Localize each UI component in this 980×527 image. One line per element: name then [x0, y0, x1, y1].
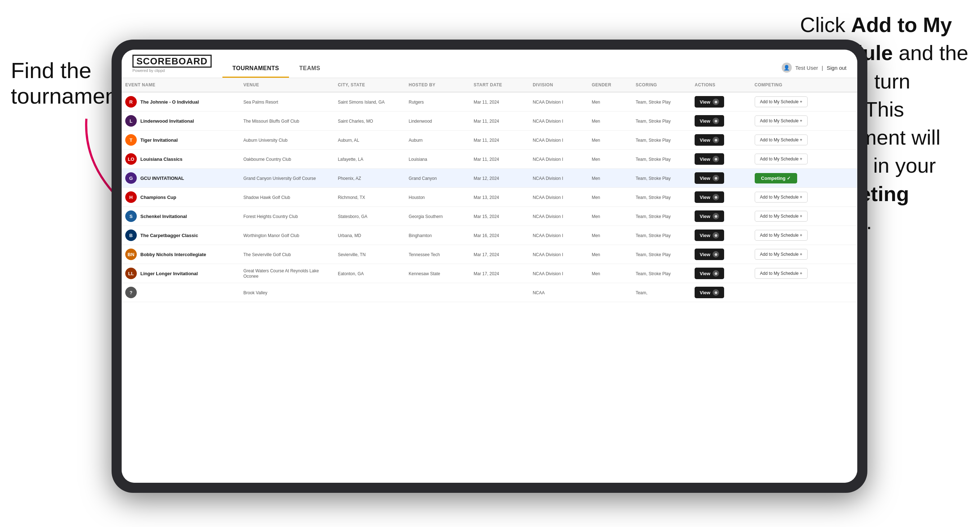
view-button[interactable]: View ⊗	[695, 191, 724, 203]
hosted-cell: Lindenwood	[405, 111, 470, 130]
add-to-schedule-button[interactable]: Add to My Schedule +	[755, 97, 808, 107]
tablet-screen: SCOREBOARD Powered by clippd TOURNAMENTS…	[122, 50, 857, 483]
event-cell: LLindenwood Invitational	[125, 115, 236, 127]
venue-cell: Great Waters Course At Reynolds Lake Oco…	[240, 264, 334, 283]
division-cell: NCAA Division I	[529, 188, 588, 207]
table-body: RThe Johnnie - O IndividualSea Palms Res…	[122, 92, 857, 302]
division-cell: NCAA Division I	[529, 245, 588, 264]
add-to-schedule-button[interactable]: Add to My Schedule +	[755, 249, 808, 260]
division-cell: NCAA Division I	[529, 130, 588, 150]
actions-cell: View ⊗	[691, 169, 751, 188]
add-to-schedule-button[interactable]: Add to My Schedule +	[755, 268, 808, 279]
gender-cell: Men	[588, 245, 632, 264]
scoring-cell: Team, Stroke Play	[632, 207, 691, 226]
col-header-division: DIVISION	[529, 78, 588, 92]
user-label: Test User	[795, 65, 818, 71]
logo-scoreboard: SCOREBOARD	[132, 55, 212, 68]
gender-cell: Men	[588, 264, 632, 283]
col-header-actions: ACTIONS	[691, 78, 751, 92]
event-name: Linger Longer Invitational	[140, 271, 198, 276]
add-to-schedule-button[interactable]: Add to My Schedule +	[755, 154, 808, 164]
table-row: GGCU INVITATIONALGrand Canyon University…	[122, 169, 857, 188]
competing-cell: Add to My Schedule +	[751, 150, 857, 169]
hosted-cell: Georgia Southern	[405, 207, 470, 226]
gender-cell: Men	[588, 169, 632, 188]
col-header-city: CITY, STATE	[334, 78, 405, 92]
date-cell	[470, 283, 529, 302]
view-button[interactable]: View ⊗	[695, 210, 724, 222]
competing-cell: Add to My Schedule +	[751, 245, 857, 264]
view-button[interactable]: View ⊗	[695, 134, 724, 146]
view-button[interactable]: View ⊗	[695, 96, 724, 108]
team-logo: T	[125, 134, 137, 146]
division-cell: NCAA Division I	[529, 169, 588, 188]
team-logo: LL	[125, 268, 137, 279]
venue-cell: Sea Palms Resort	[240, 92, 334, 111]
view-button[interactable]: View ⊗	[695, 268, 724, 279]
venue-cell: The Sevierville Golf Club	[240, 245, 334, 264]
logo-area: SCOREBOARD Powered by clippd	[132, 55, 212, 78]
team-logo: BN	[125, 249, 137, 260]
gender-cell: Men	[588, 188, 632, 207]
scoring-cell: Team, Stroke Play	[632, 130, 691, 150]
competing-cell	[751, 283, 857, 302]
division-cell: NCAA Division I	[529, 92, 588, 111]
gender-cell	[588, 283, 632, 302]
view-button[interactable]: View ⊗	[695, 230, 724, 241]
table-container: EVENT NAME VENUE CITY, STATE HOSTED BY S…	[122, 78, 857, 483]
venue-cell: Auburn University Club	[240, 130, 334, 150]
team-logo: S	[125, 210, 137, 222]
competing-button[interactable]: Competing ✓	[755, 173, 797, 183]
competing-cell: Add to My Schedule +	[751, 264, 857, 283]
add-to-schedule-button[interactable]: Add to My Schedule +	[755, 230, 808, 241]
add-to-schedule-button[interactable]: Add to My Schedule +	[755, 135, 808, 145]
gender-cell: Men	[588, 111, 632, 130]
add-to-schedule-button[interactable]: Add to My Schedule +	[755, 211, 808, 222]
division-cell: NCAA	[529, 283, 588, 302]
view-button[interactable]: View ⊗	[695, 249, 724, 260]
scoring-cell: Team, Stroke Play	[632, 245, 691, 264]
city-cell: Saint Simons Island, GA	[334, 92, 405, 111]
scoring-cell: Team, Stroke Play	[632, 111, 691, 130]
view-button[interactable]: View ⊗	[695, 153, 724, 165]
division-cell: NCAA Division I	[529, 264, 588, 283]
team-logo: ?	[125, 287, 137, 298]
competing-cell: Add to My Schedule +	[751, 226, 857, 245]
date-cell: Mar 16, 2024	[470, 226, 529, 245]
tab-tournaments[interactable]: TOURNAMENTS	[223, 60, 290, 78]
scoring-cell: Team, Stroke Play	[632, 169, 691, 188]
table-row: BThe Carpetbagger ClassicWorthington Man…	[122, 226, 857, 245]
sign-out-link[interactable]: Sign out	[827, 65, 846, 71]
actions-cell: View ⊗	[691, 188, 751, 207]
city-cell: Statesboro, GA	[334, 207, 405, 226]
col-header-venue: VENUE	[240, 78, 334, 92]
date-cell: Mar 11, 2024	[470, 130, 529, 150]
col-header-event: EVENT NAME	[122, 78, 240, 92]
view-button[interactable]: View ⊗	[695, 287, 724, 298]
team-logo: R	[125, 96, 137, 108]
tab-teams[interactable]: TEAMS	[289, 60, 330, 78]
table-header-row: EVENT NAME VENUE CITY, STATE HOSTED BY S…	[122, 78, 857, 92]
add-to-schedule-button[interactable]: Add to My Schedule +	[755, 116, 808, 126]
team-logo: L	[125, 115, 137, 127]
gender-cell: Men	[588, 130, 632, 150]
competing-cell: Add to My Schedule +	[751, 111, 857, 130]
actions-cell: View ⊗	[691, 150, 751, 169]
event-name: Lindenwood Invitational	[140, 118, 194, 124]
city-cell: Phoenix, AZ	[334, 169, 405, 188]
add-to-schedule-button[interactable]: Add to My Schedule +	[755, 192, 808, 203]
scoring-cell: Team, Stroke Play	[632, 150, 691, 169]
event-cell: LOLouisiana Classics	[125, 153, 236, 165]
city-cell: Eatonton, GA	[334, 264, 405, 283]
event-cell: HChampions Cup	[125, 191, 236, 203]
actions-cell: View ⊗	[691, 207, 751, 226]
event-cell: BThe Carpetbagger Classic	[125, 230, 236, 241]
view-button[interactable]: View ⊗	[695, 115, 724, 127]
event-cell: BNBobby Nichols Intercollegiate	[125, 249, 236, 260]
event-name: The Johnnie - O Individual	[140, 99, 199, 105]
venue-cell: Worthington Manor Golf Club	[240, 226, 334, 245]
venue-cell: Grand Canyon University Golf Course	[240, 169, 334, 188]
date-cell: Mar 17, 2024	[470, 245, 529, 264]
hosted-cell: Houston	[405, 188, 470, 207]
view-button[interactable]: View ⊗	[695, 172, 724, 184]
